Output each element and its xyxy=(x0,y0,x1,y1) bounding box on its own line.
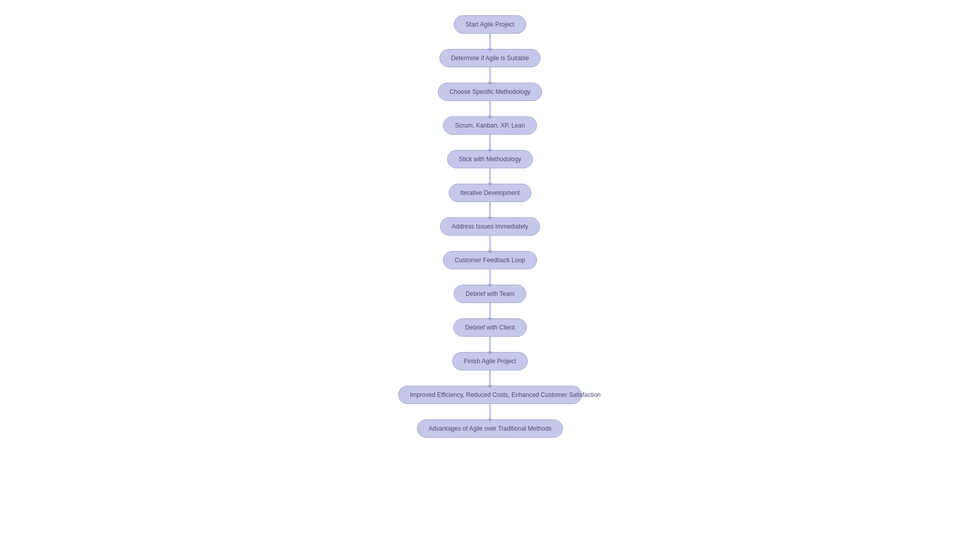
node-choose: Choose Specific Methodology xyxy=(438,83,543,101)
node-iterative: Iterative Development xyxy=(449,184,532,202)
connector-5 xyxy=(489,168,491,184)
connector-6 xyxy=(489,202,491,217)
node-scrum: Scrum, Kanban, XP, Lean xyxy=(443,116,536,135)
connector-12 xyxy=(489,404,491,419)
connector-9 xyxy=(489,303,491,318)
node-improved: Improved Efficiency, Reduced Costs, Enha… xyxy=(398,386,582,404)
connector-3 xyxy=(489,101,491,116)
connector-10 xyxy=(489,337,491,352)
node-debrief-client: Debrief with Client xyxy=(453,318,526,337)
node-finish: Finish Agile Project xyxy=(452,352,528,370)
node-advantages: Advantages of Agile over Traditional Met… xyxy=(417,419,564,438)
connector-1 xyxy=(489,34,491,49)
node-determine: Determine if Agile is Suitable xyxy=(439,49,541,67)
node-feedback: Customer Feedback Loop xyxy=(443,251,537,269)
node-start: Start Agile Project xyxy=(454,15,526,34)
connector-4 xyxy=(489,135,491,150)
connector-11 xyxy=(489,370,491,386)
connector-8 xyxy=(489,269,491,285)
node-debrief-team: Debrief with Team xyxy=(454,285,526,303)
node-stick: Stick with Methodology xyxy=(447,150,533,168)
flowchart: Start Agile Project Determine if Agile i… xyxy=(388,5,592,448)
node-address: Address Issues Immediately xyxy=(440,217,540,236)
connector-2 xyxy=(489,67,491,83)
connector-7 xyxy=(489,236,491,251)
